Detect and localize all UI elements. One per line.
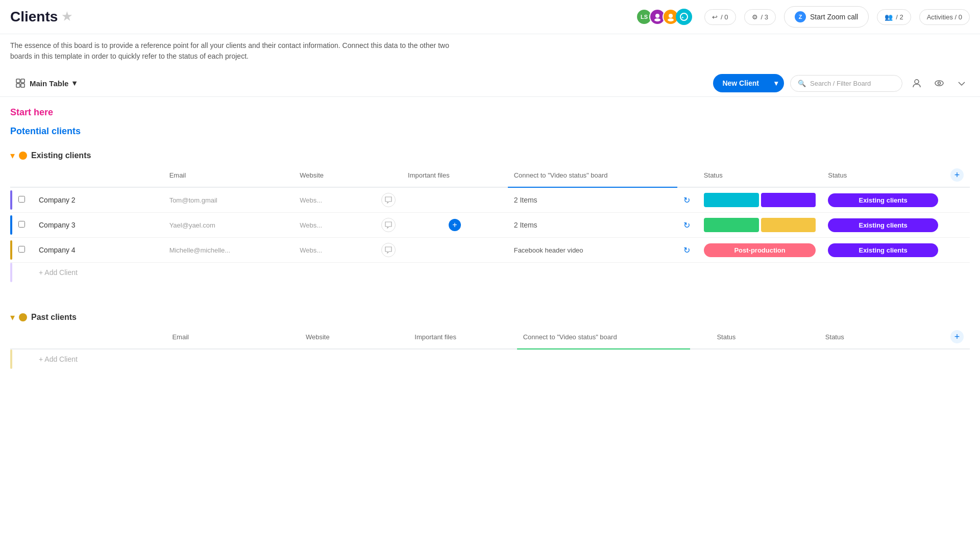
row-checkbox[interactable] [18, 221, 25, 228]
activities-button[interactable]: Activities / 0 [919, 9, 970, 25]
toolbar: Main Table ▾ New Client ▾ 🔍 Search / Fil… [0, 70, 980, 97]
chat-bubble-icon[interactable] [381, 243, 396, 257]
reactions-button[interactable]: ↩ / 0 [704, 9, 736, 25]
chevron-down-icon: ▾ [72, 79, 77, 88]
past-clients-label: Past clients [31, 313, 77, 322]
eye-icon[interactable] [931, 75, 947, 91]
svg-rect-9 [21, 84, 24, 87]
search-icon: 🔍 [798, 80, 806, 87]
new-client-button[interactable]: New Client ▾ [713, 74, 784, 92]
status-pill-yellow [761, 218, 816, 232]
start-here-group[interactable]: Start here [10, 107, 970, 118]
company-name-cell: Company 3 [33, 213, 163, 238]
files-cell: + [402, 213, 508, 238]
existing-clients-section: ▾ Existing clients Email Website Importa… [10, 147, 970, 282]
company-name: Company 3 [39, 221, 76, 229]
more-options-icon[interactable] [953, 75, 970, 91]
existing-clients-badge[interactable]: Existing clients [828, 243, 938, 257]
status2-cell[interactable]: Existing clients [822, 187, 944, 213]
email-text: Tom@tom.gmail [169, 196, 217, 204]
items-count: 2 Items [514, 196, 537, 204]
col-add[interactable]: + [944, 325, 970, 349]
add-column-button[interactable]: + [950, 168, 964, 182]
col-add[interactable]: + [944, 163, 970, 187]
group-collapse-chevron[interactable]: ▾ [10, 150, 15, 161]
table-row: Company 3 Yael@yael.com Webs... [10, 213, 970, 238]
row-checkbox-cell[interactable] [12, 187, 33, 213]
table-name: Main Table [30, 79, 68, 88]
col-files: Important files [408, 325, 517, 349]
group-color-dot [19, 313, 27, 321]
chat-cell[interactable] [375, 238, 402, 263]
chat-cell[interactable] [375, 213, 402, 238]
members-button[interactable]: 👥 / 2 [877, 9, 911, 25]
row-checkbox[interactable] [18, 196, 25, 203]
files-cell [402, 187, 508, 213]
chat-bubble-icon[interactable] [381, 218, 396, 232]
add-client-cell[interactable]: + Add Client [33, 349, 970, 369]
row-extra-cell [944, 187, 970, 213]
status1-cell[interactable] [698, 187, 822, 213]
svg-point-11 [935, 81, 943, 86]
row-extra-cell [944, 213, 970, 238]
col-status2: Status [822, 163, 944, 187]
zoom-label: Start Zoom call [810, 13, 858, 21]
add-client-cell[interactable]: + Add Client [33, 263, 970, 283]
members-count: / 2 [896, 13, 903, 21]
avatar-group: LS + [636, 9, 692, 25]
email-text: Michelle@michelle... [169, 246, 230, 254]
reaction-icon: ↩ [712, 13, 718, 21]
existing-clients-table: Email Website Important files Connect to… [10, 163, 970, 282]
sync-cell[interactable]: ↻ [677, 213, 698, 238]
group-collapse-chevron[interactable]: ▾ [10, 312, 15, 323]
chat-bubble-icon[interactable] [381, 193, 396, 207]
activities-label: Activities / 0 [927, 13, 962, 21]
col-sync [690, 325, 710, 349]
add-item-button[interactable]: + [449, 219, 461, 231]
row-checkbox-cell[interactable] [12, 238, 33, 263]
person-icon[interactable] [909, 75, 925, 91]
chat-cell[interactable] [375, 187, 402, 213]
add-client-link[interactable]: + Add Client [39, 268, 78, 277]
add-checkbox-cell [12, 349, 33, 369]
search-filter-box[interactable]: 🔍 Search / Filter Board [790, 75, 902, 92]
row-checkbox[interactable] [18, 246, 25, 253]
svg-point-3 [668, 18, 674, 21]
status1-cell[interactable]: Post-production [698, 238, 822, 263]
col-checkbox [12, 325, 33, 349]
existing-clients-header: ▾ Existing clients [10, 147, 970, 163]
status2-cell[interactable]: Existing clients [822, 213, 944, 238]
col-status1: Status [710, 325, 819, 349]
sync-cell[interactable]: ↻ [677, 187, 698, 213]
table-header-row: Email Website Important files Connect to… [10, 163, 970, 187]
add-column-button[interactable]: + [950, 330, 964, 343]
post-production-badge[interactable]: Post-production [704, 243, 816, 257]
svg-rect-6 [16, 79, 20, 83]
add-client-link[interactable]: + Add Client [39, 355, 78, 363]
sync-icon[interactable]: ↻ [683, 196, 690, 205]
table-header-row: Email Website Important files Connect to… [10, 325, 970, 349]
zoom-button[interactable]: Z Start Zoom call [784, 6, 869, 28]
row-checkbox-cell[interactable] [12, 213, 33, 238]
avatar: + [676, 9, 692, 25]
connections-button[interactable]: ⚙ / 3 [744, 9, 776, 25]
sync-icon[interactable]: ↻ [683, 246, 690, 255]
new-client-label: New Client [713, 74, 768, 92]
existing-clients-badge[interactable]: Existing clients [828, 193, 938, 207]
col-website: Website [300, 325, 383, 349]
connections-icon: ⚙ [752, 13, 758, 21]
table-selector[interactable]: Main Table ▾ [10, 75, 82, 91]
existing-clients-badge[interactable]: Existing clients [828, 218, 938, 232]
table-icon [15, 78, 26, 88]
new-client-dropdown-icon[interactable]: ▾ [768, 74, 784, 92]
col-chat [383, 325, 408, 349]
sync-icon[interactable]: ↻ [683, 221, 690, 230]
col-name [33, 325, 166, 349]
sync-cell[interactable]: ↻ [677, 238, 698, 263]
table-row: Company 2 Tom@tom.gmail Webs... [10, 187, 970, 213]
col-website: Website [293, 163, 375, 187]
favorite-star-icon[interactable]: ★ [62, 10, 72, 23]
potential-clients-group[interactable]: Potential clients [10, 126, 970, 137]
status1-cell[interactable] [698, 213, 822, 238]
status2-cell[interactable]: Existing clients [822, 238, 944, 263]
